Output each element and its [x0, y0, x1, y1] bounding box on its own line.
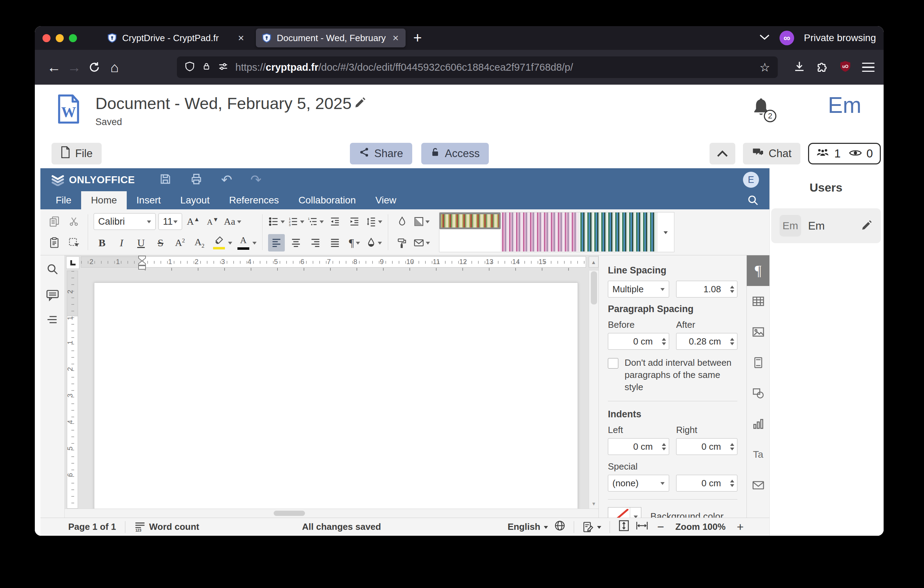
scrollbar-thumb[interactable]: [274, 511, 305, 516]
spinner-down-icon[interactable]: [730, 484, 734, 487]
gallery-expand-button[interactable]: [657, 213, 674, 252]
paragraph-settings-icon[interactable]: ¶: [747, 255, 769, 286]
strikethrough-icon[interactable]: S: [152, 234, 169, 251]
spinner-up-icon[interactable]: [730, 480, 734, 482]
document-page[interactable]: [94, 282, 578, 509]
subscript-icon[interactable]: A2: [191, 234, 208, 251]
list-tabs-chevron-icon[interactable]: [759, 34, 770, 42]
fit-page-icon[interactable]: [618, 520, 629, 534]
menu-tab-file[interactable]: File: [46, 191, 81, 209]
underline-icon[interactable]: U: [133, 234, 149, 251]
vertical-scrollbar[interactable]: ▼: [589, 271, 599, 509]
tracking-shield-icon[interactable]: [185, 61, 195, 74]
menu-tab-home[interactable]: Home: [81, 191, 127, 209]
line-spacing-spinner[interactable]: 1.08: [676, 281, 738, 297]
indent-right-spinner[interactable]: 0 cm: [676, 438, 738, 455]
tab-stop-selector[interactable]: [66, 256, 79, 269]
table-settings-icon[interactable]: [747, 286, 769, 317]
headers-footers-settings-icon[interactable]: [747, 347, 769, 378]
image-settings-icon[interactable]: [747, 317, 769, 347]
downloads-icon[interactable]: [793, 60, 806, 74]
multilevel-list-icon[interactable]: 1: [307, 213, 324, 230]
increase-font-icon[interactable]: A▲: [185, 213, 201, 230]
scroll-down-button[interactable]: ▼: [589, 499, 599, 509]
menu-tab-collaboration[interactable]: Collaboration: [289, 191, 366, 209]
horizontal-scrollbar[interactable]: [65, 509, 599, 518]
spacing-after-spinner[interactable]: 0.28 cm: [676, 333, 738, 350]
copy-icon[interactable]: [46, 213, 63, 230]
collapse-toolbar-button[interactable]: [710, 143, 735, 164]
spinner-down-icon[interactable]: [662, 342, 666, 345]
close-tab-icon[interactable]: ×: [391, 32, 400, 44]
special-indent-spinner[interactable]: 0 cm: [676, 475, 738, 492]
page-zone[interactable]: [78, 271, 589, 509]
indent-marker[interactable]: [137, 255, 147, 272]
highlight-color-icon[interactable]: [211, 234, 227, 251]
connection-lock-icon[interactable]: [202, 61, 211, 73]
navigation-headings-icon[interactable]: [46, 315, 59, 327]
justify-icon[interactable]: [327, 234, 343, 251]
find-icon[interactable]: [46, 263, 59, 277]
cut-icon[interactable]: [66, 213, 82, 230]
share-button[interactable]: Share: [350, 143, 412, 164]
zoom-out-button[interactable]: −: [655, 520, 667, 533]
increase-indent-icon[interactable]: [346, 213, 363, 230]
print-icon[interactable]: [190, 173, 203, 187]
numbered-list-icon[interactable]: 123: [287, 213, 304, 230]
new-tab-button[interactable]: +: [413, 31, 422, 45]
swatch-dropdown-icon[interactable]: [630, 507, 641, 518]
account-avatar[interactable]: Em: [828, 92, 861, 118]
tab-cryptdrive[interactable]: CryptDrive - CryptPad.fr ×: [101, 28, 251, 47]
copy-style-roller-icon[interactable]: [394, 234, 411, 251]
align-left-icon[interactable]: [268, 234, 285, 251]
decrease-indent-icon[interactable]: [327, 213, 343, 230]
style-scheme-3[interactable]: [579, 213, 657, 251]
spinner-down-icon[interactable]: [730, 342, 734, 345]
zoom-in-button[interactable]: +: [734, 520, 746, 533]
home-button[interactable]: ⌂: [104, 57, 125, 77]
change-case-icon[interactable]: Aa: [224, 213, 241, 230]
file-drawer-button[interactable]: File: [51, 143, 102, 164]
background-color-swatch[interactable]: [608, 507, 641, 518]
spinner-up-icon[interactable]: [730, 443, 734, 446]
reload-button[interactable]: [84, 57, 104, 77]
font-color-icon[interactable]: A: [235, 234, 252, 251]
ublock-origin-icon[interactable]: uO: [839, 60, 851, 74]
spinner-down-icon[interactable]: [730, 290, 734, 293]
shape-settings-icon[interactable]: [747, 378, 769, 409]
redo-icon[interactable]: ↷: [250, 173, 261, 187]
font-size-select[interactable]: 11: [158, 213, 182, 230]
notifications-bell-icon[interactable]: 2: [751, 98, 772, 120]
editor-user-avatar[interactable]: E: [743, 172, 759, 188]
menu-tab-insert[interactable]: Insert: [127, 191, 171, 209]
spinner-down-icon[interactable]: [662, 448, 666, 451]
spinner-up-icon[interactable]: [662, 443, 666, 446]
italic-icon[interactable]: I: [113, 234, 130, 251]
save-icon[interactable]: [159, 173, 172, 187]
editing-mode-select[interactable]: [582, 522, 601, 533]
borders-shading-icon[interactable]: [413, 213, 430, 230]
close-window-button[interactable]: [43, 34, 51, 42]
bullet-list-icon[interactable]: [268, 213, 285, 230]
undo-icon[interactable]: ↶: [221, 173, 232, 187]
language-select[interactable]: English: [508, 520, 565, 533]
forward-button[interactable]: →: [64, 57, 84, 77]
paragraph-shading-icon[interactable]: [366, 234, 382, 251]
align-center-icon[interactable]: [287, 234, 304, 251]
bookmark-star-icon[interactable]: ☆: [760, 60, 770, 74]
indent-left-spinner[interactable]: 0 cm: [608, 438, 669, 455]
fit-width-icon[interactable]: [636, 520, 648, 533]
language-globe-icon[interactable]: [554, 520, 565, 533]
menu-tab-references[interactable]: References: [219, 191, 289, 209]
tab-document[interactable]: Document - Wed, February 5, 2025 ×: [256, 28, 406, 47]
url-bar[interactable]: https://cryptpad.fr/doc/#/3/doc/edit/ff0…: [177, 56, 778, 78]
select-all-icon[interactable]: [66, 234, 82, 251]
special-indent-select[interactable]: (none): [608, 475, 669, 492]
spinner-up-icon[interactable]: [730, 338, 734, 341]
editor-search-icon[interactable]: [747, 191, 764, 209]
paste-icon[interactable]: [46, 234, 63, 251]
maximize-window-button[interactable]: [69, 34, 77, 42]
close-tab-icon[interactable]: ×: [236, 32, 246, 44]
user-list-item[interactable]: Em Em: [771, 208, 881, 243]
page-indicator[interactable]: Page 1 of 1: [68, 522, 116, 532]
